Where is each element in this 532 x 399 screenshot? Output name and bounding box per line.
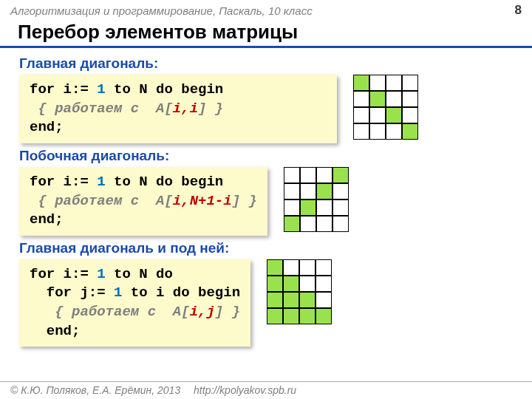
section-heading-main-diag: Главная диагональ: — [19, 55, 513, 72]
matrix-cell — [300, 200, 316, 216]
matrix-cell — [332, 183, 349, 200]
matrix-grid-anti-diag — [284, 167, 349, 232]
matrix-cell — [316, 183, 332, 200]
matrix-cell — [386, 107, 402, 123]
matrix-cell — [316, 167, 332, 183]
matrix-cell — [369, 75, 386, 91]
matrix-cell — [386, 91, 402, 107]
section-heading-anti-diag: Побочная диагональ: — [19, 148, 513, 164]
matrix-cell — [402, 91, 418, 107]
matrix-cell — [402, 107, 418, 123]
matrix-cell — [299, 292, 316, 308]
matrix-cell — [369, 107, 386, 123]
matrix-grid-lower-tri — [267, 259, 332, 324]
matrix-cell — [267, 292, 283, 308]
matrix-cell — [353, 75, 369, 91]
subject-line: Алгоритмизация и программирование, Паска… — [10, 4, 313, 17]
matrix-cell — [353, 91, 369, 107]
matrix-cell — [316, 292, 332, 308]
matrix-cell — [316, 200, 332, 216]
matrix-cell — [267, 259, 283, 276]
matrix-cell — [353, 123, 369, 140]
matrix-cell — [369, 91, 386, 107]
matrix-cell — [299, 308, 316, 324]
matrix-cell — [386, 75, 402, 91]
matrix-cell — [283, 276, 299, 292]
section-row: for i:= 1 to N do for j:= 1 to i do begi… — [19, 259, 513, 347]
matrix-cell — [300, 183, 316, 200]
matrix-cell — [283, 259, 299, 276]
matrix-cell — [299, 259, 316, 276]
code-block-anti-diag: for i:= 1 to N do begin { работаем с A[i… — [19, 167, 267, 236]
page-title: Перебор элементов матрицы — [0, 19, 532, 48]
matrix-cell — [283, 308, 299, 324]
section-heading-lower-tri: Главная диагональ и под ней: — [19, 240, 513, 256]
slide-footer: © К.Ю. Поляков, Е.А. Ерёмин, 2013 http:/… — [0, 381, 532, 399]
matrix-cell — [300, 167, 316, 183]
matrix-cell — [283, 292, 299, 308]
slide-header: Алгоритмизация и программирование, Паска… — [0, 0, 532, 19]
matrix-cell — [284, 200, 300, 216]
matrix-cell — [332, 167, 349, 183]
footer-url: http://kpolyakov.spb.ru — [194, 384, 296, 396]
matrix-cell — [332, 200, 349, 216]
matrix-cell — [316, 276, 332, 292]
matrix-cell — [299, 276, 316, 292]
section-row: for i:= 1 to N do begin { работаем с A[i… — [19, 167, 513, 236]
matrix-cell — [332, 216, 349, 232]
matrix-cell — [300, 216, 316, 232]
matrix-cell — [369, 123, 386, 140]
matrix-cell — [284, 216, 300, 232]
page-number: 8 — [515, 3, 522, 18]
matrix-cell — [316, 308, 332, 324]
section-row: for i:= 1 to N do begin { работаем с A[i… — [19, 75, 513, 143]
matrix-cell — [316, 216, 332, 232]
matrix-cell — [284, 167, 300, 183]
matrix-cell — [267, 308, 283, 324]
matrix-cell — [402, 75, 418, 91]
code-block-main-diag: for i:= 1 to N do begin { работаем с A[i… — [19, 75, 337, 143]
matrix-cell — [386, 123, 402, 140]
matrix-grid-main-diag — [353, 75, 418, 140]
code-block-lower-tri: for i:= 1 to N do for j:= 1 to i do begi… — [19, 259, 250, 347]
copyright-text: © К.Ю. Поляков, Е.А. Ерёмин, 2013 — [10, 384, 180, 396]
matrix-cell — [353, 107, 369, 123]
matrix-cell — [284, 183, 300, 200]
matrix-cell — [402, 123, 418, 140]
content-area: Главная диагональ: for i:= 1 to N do beg… — [0, 48, 532, 347]
matrix-cell — [267, 276, 283, 292]
matrix-cell — [316, 259, 332, 276]
